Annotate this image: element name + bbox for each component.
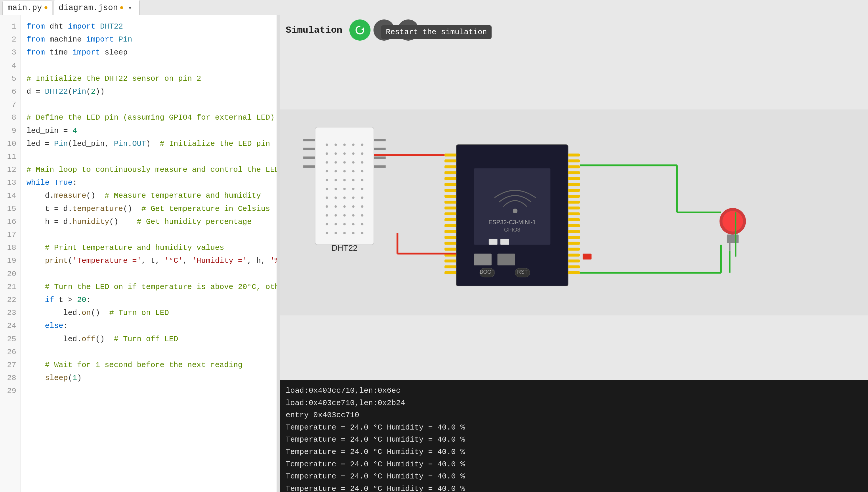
code-line — [26, 268, 271, 280]
svg-rect-98 — [568, 165, 580, 168]
svg-point-29 — [326, 170, 328, 172]
code-line: # Initialize the DHT22 sensor on pin 2 — [26, 72, 271, 85]
svg-point-21 — [343, 152, 346, 155]
svg-point-33 — [361, 170, 363, 172]
svg-rect-114 — [568, 260, 580, 263]
line-number: 21 — [0, 280, 20, 293]
svg-point-17 — [352, 144, 355, 146]
svg-rect-79 — [444, 177, 456, 180]
tab-main-py-label: main.py — [7, 3, 42, 13]
svg-point-31 — [343, 170, 346, 172]
circuit-area: DHT22 ESP32-C3-MINI-1 GPIO8 — [280, 45, 868, 380]
svg-point-51 — [343, 205, 346, 208]
svg-point-32 — [352, 170, 355, 172]
code-line — [26, 385, 271, 397]
svg-rect-10 — [374, 139, 386, 141]
svg-rect-121 — [583, 254, 591, 260]
line-number: 10 — [0, 137, 20, 150]
tab-main-py[interactable]: main.py — [2, 1, 52, 15]
svg-rect-134 — [727, 235, 739, 243]
svg-point-36 — [343, 179, 346, 181]
line-number: 15 — [0, 202, 20, 215]
svg-rect-80 — [444, 183, 456, 186]
line-number: 27 — [0, 359, 20, 371]
svg-rect-9 — [303, 165, 315, 168]
tab-dropdown-arrow[interactable]: ▾ — [126, 2, 134, 13]
svg-point-38 — [361, 179, 363, 181]
line-number: 2 — [0, 33, 20, 46]
simulation-title: Simulation — [286, 25, 342, 35]
svg-rect-116 — [568, 271, 580, 274]
svg-point-42 — [352, 188, 355, 190]
console-line: entry 0x403cc710 — [286, 409, 862, 422]
line-number: 12 — [0, 163, 20, 176]
tab-bar: main.py diagram.json ▾ — [0, 0, 868, 15]
svg-point-24 — [326, 161, 328, 164]
svg-rect-6 — [303, 139, 315, 141]
code-line: # Define the LED pin (assuming GPIO4 for… — [26, 111, 271, 124]
svg-marker-0 — [361, 27, 364, 30]
svg-point-62 — [352, 223, 355, 225]
svg-rect-94 — [444, 266, 456, 268]
code-line: led_pin = 4 — [26, 124, 271, 137]
svg-point-60 — [335, 223, 337, 225]
line-number: 1 — [0, 20, 20, 33]
svg-point-18 — [361, 144, 363, 146]
code-line — [26, 98, 271, 111]
console-line: Temperature = 24.0 °C Humidity = 40.0 % — [286, 434, 862, 446]
line-number: 7 — [0, 98, 20, 111]
svg-rect-108 — [568, 224, 580, 227]
line-number: 5 — [0, 72, 20, 85]
console-line: Temperature = 24.0 °C Humidity = 40.0 % — [286, 422, 862, 434]
code-line — [26, 59, 271, 72]
svg-point-43 — [361, 188, 363, 190]
line-number: 14 — [0, 189, 20, 202]
svg-point-22 — [352, 152, 355, 155]
svg-rect-7 — [303, 148, 315, 150]
svg-point-44 — [326, 197, 328, 199]
line-number: 16 — [0, 215, 20, 228]
svg-rect-140 — [501, 239, 509, 245]
svg-rect-85 — [444, 213, 456, 215]
svg-point-16 — [343, 144, 346, 146]
svg-rect-102 — [568, 189, 580, 192]
tab-main-py-modified-dot — [45, 6, 47, 9]
line-number: 17 — [0, 228, 20, 241]
line-number: 11 — [0, 150, 20, 163]
svg-rect-100 — [568, 177, 580, 180]
svg-rect-118 — [497, 254, 515, 266]
svg-rect-112 — [568, 248, 580, 251]
svg-rect-97 — [568, 159, 580, 162]
code-line: from machine import Pin — [26, 33, 271, 46]
svg-point-58 — [361, 214, 363, 217]
svg-point-50 — [335, 205, 337, 208]
code-line: led.off() # Turn off LED — [26, 333, 271, 346]
line-number: 23 — [0, 306, 20, 319]
line-number: 26 — [0, 346, 20, 359]
svg-point-30 — [335, 170, 337, 172]
code-line: led = Pin(led_pin, Pin.OUT) # Initialize… — [26, 137, 271, 150]
restart-button[interactable] — [349, 20, 371, 41]
console-line: Temperature = 24.0 °C Humidity = 40.0 % — [286, 483, 862, 492]
svg-rect-83 — [444, 201, 456, 203]
code-line: from time import sleep — [26, 46, 271, 59]
svg-point-65 — [335, 232, 337, 234]
svg-point-63 — [361, 223, 363, 225]
svg-rect-95 — [444, 271, 456, 274]
code-content[interactable]: from dht import DHT22from machine import… — [21, 15, 277, 492]
restart-tooltip: Restart the simulation — [381, 25, 491, 39]
line-number: 4 — [0, 59, 20, 72]
svg-rect-12 — [374, 156, 386, 159]
line-number: 25 — [0, 333, 20, 346]
console-line: Temperature = 24.0 °C Humidity = 40.0 % — [286, 470, 862, 483]
svg-point-37 — [352, 179, 355, 181]
tab-diagram-json[interactable]: diagram.json ▾ — [54, 0, 139, 16]
code-line: else: — [26, 319, 271, 332]
resize-handle[interactable] — [277, 15, 280, 492]
code-area: 1234567891011121314151617181920212223242… — [0, 15, 277, 492]
svg-point-25 — [335, 161, 337, 164]
svg-rect-13 — [374, 165, 386, 168]
svg-rect-11 — [374, 148, 386, 150]
svg-point-23 — [361, 152, 363, 155]
svg-point-28 — [361, 161, 363, 164]
